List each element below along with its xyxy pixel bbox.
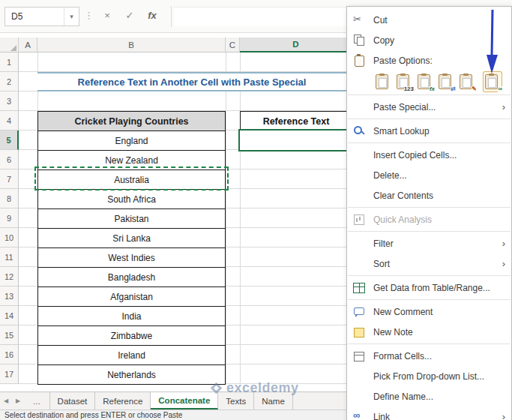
row-header-7[interactable]: 7 [0,170,19,189]
link-icon [353,411,365,420]
menu-item-new-comment[interactable]: New Comment [347,302,511,322]
menu-item-get-data[interactable]: Get Data from Table/Range... [347,278,511,298]
row-header-9[interactable]: 9 [0,208,19,228]
row-header-3[interactable]: 3 [0,92,19,111]
comment-icon [353,306,365,318]
menu-item-define-name[interactable]: Define Name... [347,386,511,406]
gridline [240,52,241,384]
menu-item-label: New Comment [373,307,505,317]
insert-function-icon[interactable]: fx [144,10,160,21]
menu-item-label: Delete... [373,170,505,181]
row-header-16[interactable]: 16 [0,345,19,364]
row-header-15[interactable]: 15 [0,326,19,345]
row-header-11[interactable]: 11 [0,248,19,267]
menu-item-label: Link [373,412,496,420]
paste-icon[interactable] [374,72,392,92]
row-header-10[interactable]: 10 [0,228,19,248]
row-header-6[interactable]: 6 [0,150,19,170]
chevron-down-icon[interactable]: ▾ [64,8,79,26]
icon-placeholder [353,258,365,270]
menu-item-smart-lookup[interactable]: Smart Lookup [347,121,511,141]
sheet-nav-left-icon[interactable]: ◀ [0,392,12,410]
column-header-b[interactable]: B [37,38,226,52]
icon-placeholder [353,370,365,382]
worksheet-title-cell[interactable]: Reference Text in Another Cell with Past… [37,72,346,92]
menu-separator [348,231,511,232]
menu-item-insert-copied-cells[interactable]: Insert Copied Cells... [347,145,511,165]
menu-separator [348,299,511,300]
menu-item-sort[interactable]: Sort › [347,254,511,274]
icon-placeholder [353,170,365,182]
menu-item-pick-from-list[interactable]: Pick From Drop-down List... [347,366,511,386]
row-header-4[interactable]: 4 [0,111,19,130]
name-box[interactable]: D5 ▾ [4,7,79,26]
magnifier-icon [353,125,365,137]
country-cell[interactable]: Pakistan [37,208,226,229]
menu-item-label: Clear Contents [373,190,505,201]
row-header-12[interactable]: 12 [0,267,19,286]
tab-concatenate[interactable]: Concatenate [151,392,218,410]
menu-item-filter[interactable]: Filter › [347,233,511,254]
drag-handle-icon[interactable]: ⋮ [84,10,94,21]
menu-separator [348,344,511,344]
country-cell[interactable]: Sri Lanka [37,228,226,248]
paste-formulas-icon[interactable]: fx [416,72,434,92]
reference-text-header-cell[interactable]: Reference Text [240,111,352,131]
country-cell[interactable]: Zimbabwe [37,326,226,346]
menu-separator [348,142,511,143]
column-header-d[interactable]: D [240,38,352,52]
note-icon [353,326,365,338]
country-cell[interactable]: Netherlands [37,364,226,385]
format-cells-icon [353,350,365,362]
tab-dataset[interactable]: Dataset [50,392,96,410]
menu-item-label: Insert Copied Cells... [373,150,505,160]
row-header-14[interactable]: 14 [0,306,19,326]
country-cell[interactable]: Bangladesh [37,267,226,287]
menu-item-label: Filter [373,238,496,249]
table-icon [353,282,365,294]
sheet-nav-right-icon[interactable]: ▶ [12,392,24,410]
paste-values-icon[interactable]: 123 [395,72,413,92]
column-header-a[interactable]: A [19,38,37,52]
column-header-c[interactable]: C [226,38,240,52]
paste-transpose-icon[interactable]: ⇄ [437,72,455,92]
row-header-8[interactable]: 8 [0,189,19,208]
country-cell[interactable]: West Indies [37,248,226,268]
tab-scroll-ellipsis[interactable]: ... [24,392,50,410]
menu-item-link[interactable]: Link › [347,406,511,420]
icon-placeholder [353,238,365,250]
countries-header-cell[interactable]: Cricket Playing Countries [37,111,226,131]
paste-formatting-icon[interactable]: ✎ [458,72,476,92]
icon-placeholder [353,149,365,161]
row-header-2[interactable]: 2 [0,72,19,92]
menu-item-delete[interactable]: Delete... [347,165,511,185]
cancel-icon[interactable]: × [99,10,115,21]
row-header-17[interactable]: 17 [0,364,19,384]
country-cell-copied[interactable]: Australia [37,170,226,190]
clipboard-icon [353,55,365,67]
enter-icon[interactable]: ✓ [121,10,138,21]
country-cell[interactable]: India [37,306,226,326]
row-header-1[interactable]: 1 [0,52,19,72]
select-all-corner[interactable] [0,38,19,52]
tab-reference[interactable]: Reference [95,392,151,410]
country-cell[interactable]: Ireland [37,345,226,365]
menu-item-label: Quick Analysis [373,214,505,225]
country-cell[interactable]: South Africa [37,189,226,209]
row-header-13[interactable]: 13 [0,286,19,306]
menu-item-new-note[interactable]: New Note [347,322,511,342]
menu-item-paste-special[interactable]: Paste Special... › [347,97,511,117]
submenu-chevron-icon: › [502,238,505,249]
menu-item-clear-contents[interactable]: Clear Contents [347,185,511,206]
menu-item-format-cells[interactable]: Format Cells... [347,346,511,366]
country-cell[interactable]: Afganistan [37,286,226,307]
country-cell[interactable]: England [37,130,226,151]
worksheet-title: Reference Text in Another Cell with Past… [78,76,307,88]
country-cell[interactable]: New Zealand [37,150,226,170]
selected-cell-d5[interactable] [238,129,352,152]
menu-separator [348,275,511,276]
exceldemy-watermark: exceldemy [212,380,299,396]
row-header-5[interactable]: 5 [0,130,19,150]
menu-item-label: Sort [373,259,496,269]
submenu-chevron-icon: › [502,258,505,269]
